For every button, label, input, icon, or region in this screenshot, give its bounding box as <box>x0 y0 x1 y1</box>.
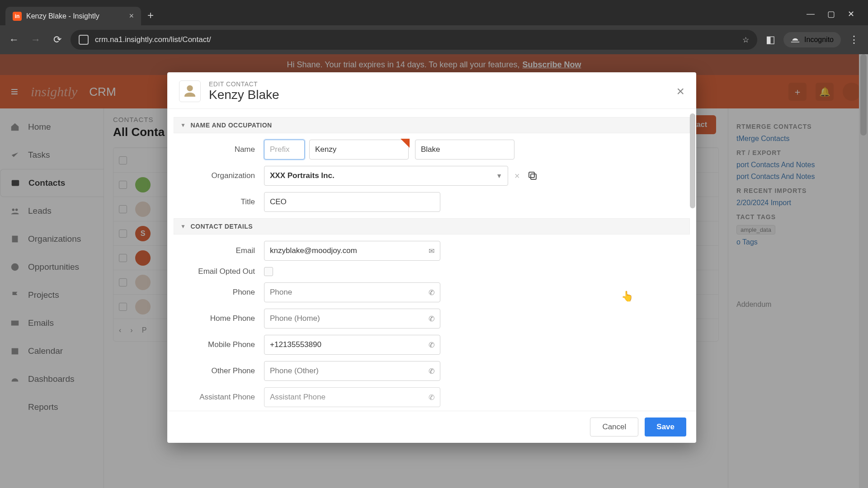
browser-toolbar: ← → ⟳ crm.na1.insightly.com/list/Contact… <box>0 25 868 54</box>
assistant-phone-input[interactable] <box>270 393 429 402</box>
modal-footer: Cancel Save <box>167 411 696 443</box>
assistant-phone-label: Assistant Phone <box>174 393 264 402</box>
section-header-name[interactable]: ▼ NAME AND OCCUPATION <box>174 117 690 133</box>
home-phone-label: Home Phone <box>174 314 264 323</box>
name-label: Name <box>174 145 264 154</box>
modal-body: ▼ NAME AND OCCUPATION Name Organization <box>167 109 696 411</box>
opted-out-checkbox[interactable] <box>264 267 273 276</box>
organization-select[interactable]: XXX Portraits Inc. ▼ <box>264 166 508 186</box>
copy-organization-icon[interactable] <box>526 169 539 182</box>
window-controls: — ▢ ✕ <box>798 9 863 25</box>
mail-icon[interactable]: ✉ <box>429 247 434 255</box>
section-header-details[interactable]: ▼ CONTACT DETAILS <box>174 218 690 235</box>
incognito-indicator[interactable]: Incognito <box>783 32 841 47</box>
tab-title: Kenzy Blake - Insightly <box>26 12 99 20</box>
title-input[interactable] <box>264 192 440 212</box>
close-window-icon[interactable]: ✕ <box>848 9 854 19</box>
collapse-icon: ▼ <box>180 122 186 128</box>
prefix-input[interactable] <box>264 140 305 160</box>
chevron-down-icon: ▼ <box>496 172 502 179</box>
section-title: NAME AND OCCUPATION <box>190 122 272 129</box>
incognito-hat-icon <box>791 37 800 43</box>
site-info-icon[interactable] <box>79 35 89 45</box>
modal-scrollbar[interactable] <box>690 113 695 208</box>
side-panel-icon[interactable]: ◧ <box>762 31 779 48</box>
bookmark-star-icon[interactable]: ☆ <box>742 35 749 45</box>
organization-label: Organization <box>174 171 264 180</box>
browser-tab[interactable]: in Kenzy Blake - Insightly × <box>5 7 141 25</box>
phone-label: Phone <box>174 288 264 297</box>
modal-header: EDIT CONTACT Kenzy Blake × <box>167 72 696 109</box>
phone-icon[interactable]: ✆ <box>429 314 434 323</box>
modal-subtitle: EDIT CONTACT <box>209 80 279 88</box>
phone-icon[interactable]: ✆ <box>429 367 434 375</box>
modal-title: Kenzy Blake <box>209 88 279 102</box>
phone-icon[interactable]: ✆ <box>429 393 434 402</box>
tab-close-icon[interactable]: × <box>129 11 134 21</box>
phone-input[interactable] <box>270 288 429 297</box>
save-button[interactable]: Save <box>645 418 686 436</box>
incognito-label: Incognito <box>804 36 834 44</box>
browser-menu-icon[interactable]: ⋮ <box>845 31 863 48</box>
first-name-input[interactable] <box>309 140 409 160</box>
other-phone-label: Other Phone <box>174 366 264 375</box>
mobile-phone-input[interactable] <box>270 340 429 349</box>
modal-close-icon[interactable]: × <box>676 84 684 99</box>
mobile-phone-label: Mobile Phone <box>174 340 264 349</box>
contact-avatar-icon <box>179 80 201 102</box>
collapse-icon: ▼ <box>180 223 186 230</box>
email-label: Email <box>174 246 264 255</box>
forward-button[interactable]: → <box>27 31 44 48</box>
browser-tab-bar: in Kenzy Blake - Insightly × + — ▢ ✕ <box>0 0 868 25</box>
email-field-wrap: ✉ <box>264 241 440 261</box>
back-button[interactable]: ← <box>5 31 23 48</box>
clear-organization-icon[interactable]: × <box>514 171 520 181</box>
address-bar[interactable]: crm.na1.insightly.com/list/Contact/ ☆ <box>71 30 757 50</box>
section-title: CONTACT DETAILS <box>190 223 253 230</box>
home-phone-input[interactable] <box>270 314 429 323</box>
svg-rect-11 <box>529 172 534 178</box>
reload-button[interactable]: ⟳ <box>49 31 66 48</box>
opted-out-label: Email Opted Out <box>174 267 264 276</box>
other-phone-input[interactable] <box>270 366 429 375</box>
organization-value: XXX Portraits Inc. <box>270 171 335 180</box>
url-text: crm.na1.insightly.com/list/Contact/ <box>95 35 211 44</box>
minimize-icon[interactable]: — <box>807 9 815 19</box>
title-label: Title <box>174 197 264 206</box>
email-input[interactable] <box>270 246 429 255</box>
last-name-input[interactable] <box>415 140 514 160</box>
favicon: in <box>13 12 22 21</box>
phone-icon[interactable]: ✆ <box>429 288 434 297</box>
cancel-button[interactable]: Cancel <box>590 418 638 436</box>
phone-icon[interactable]: ✆ <box>429 341 434 349</box>
new-tab-button[interactable]: + <box>141 9 160 25</box>
svg-rect-10 <box>531 174 536 179</box>
app-viewport: Hi Shane. Your trial expires in 14 days.… <box>0 54 868 488</box>
edit-contact-modal: EDIT CONTACT Kenzy Blake × ▼ NAME AND OC… <box>167 72 696 443</box>
required-flag-icon <box>401 139 410 148</box>
maximize-icon[interactable]: ▢ <box>827 9 835 19</box>
